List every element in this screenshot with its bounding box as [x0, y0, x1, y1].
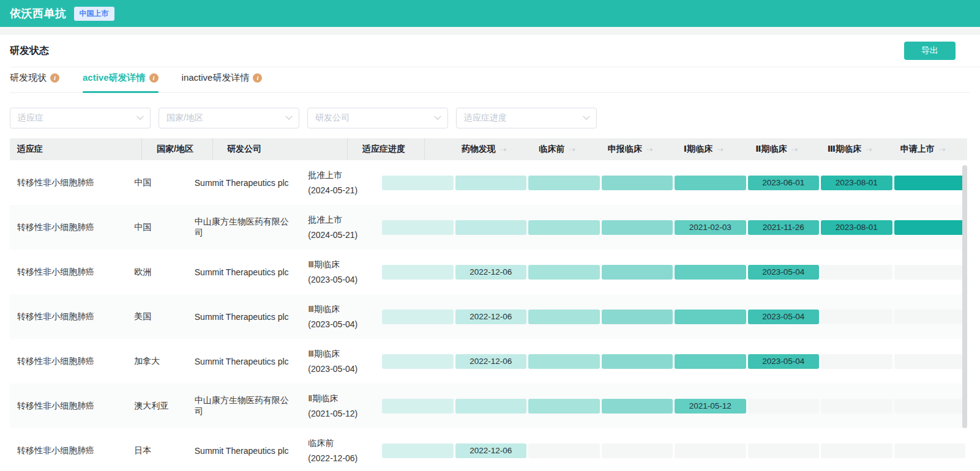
- table-body: 转移性非小细胞肺癌中国Summit Therapeutics plc批准上市(2…: [10, 160, 967, 471]
- column-header-progress: 适应症进度: [348, 138, 425, 160]
- stage-segment: [675, 443, 746, 458]
- cell-region: 澳大利亚: [119, 384, 180, 428]
- arrow-right-icon: ⇢: [866, 145, 872, 154]
- cell-company: Summit Therapeutics plc: [181, 250, 294, 294]
- stage-header-6: 申请上市⇢: [886, 144, 960, 155]
- cell-company: Summit Therapeutics plc: [181, 160, 294, 205]
- stage-header-label: Ⅱ期临床: [755, 144, 787, 155]
- chevron-down-icon: [434, 113, 441, 120]
- tab-active-detail[interactable]: active研发详情i: [83, 72, 159, 92]
- stage-segment: 2023-08-01: [821, 220, 892, 235]
- stage-segment: 2022-12-06: [455, 310, 527, 324]
- stage-segment: [382, 443, 454, 458]
- stage-segment: [382, 310, 454, 324]
- tab-current-status[interactable]: 研发现状i: [10, 72, 59, 92]
- info-icon[interactable]: i: [50, 73, 59, 83]
- cell-region: 日本: [119, 428, 180, 471]
- column-header-region: 国家/地区: [142, 138, 213, 160]
- stage-segment: 2022-12-06: [455, 265, 527, 280]
- region-select[interactable]: 国家/地区: [159, 108, 299, 128]
- stage-segment: 2021-11-26: [748, 220, 820, 235]
- progress-date: (2022-12-06): [308, 451, 357, 466]
- cell-company: 中山康方生物医药有限公司: [181, 205, 294, 250]
- stage-segment: [602, 176, 673, 190]
- stage-segment: [528, 265, 600, 280]
- stage-header-label: 临床前: [539, 144, 564, 155]
- progress-date: (2023-05-04): [308, 317, 357, 332]
- stage-segment: 2023-05-04: [748, 354, 820, 369]
- arrow-right-icon: ⇢: [646, 145, 653, 154]
- stage-segment: [894, 399, 966, 414]
- stage-bars: 2022-12-06: [382, 443, 967, 458]
- tab-label: inactive研发详情: [182, 72, 250, 84]
- stage-segment: [675, 354, 746, 369]
- stage-segment: [528, 220, 600, 235]
- stage-segment: [602, 265, 673, 280]
- progress-date: (2023-05-04): [308, 272, 357, 287]
- progress-stage: Ⅲ期临床: [308, 302, 357, 317]
- cell-progress: 批准上市(2024-05-21): [293, 205, 359, 250]
- progress-stage: Ⅱ期临床: [308, 391, 357, 406]
- stage-header-label: Ⅲ期临床: [828, 144, 861, 155]
- tab-label: active研发详情: [83, 72, 146, 84]
- page-background-gap: [0, 27, 980, 35]
- table-row: 转移性非小细胞肺癌美国Summit Therapeutics plcⅢ期临床(2…: [10, 294, 967, 339]
- stage-segment: [748, 399, 820, 414]
- company-select[interactable]: 研发公司: [307, 108, 448, 128]
- progress-stage: 批准上市: [308, 168, 357, 183]
- page-title: 依沃西单抗: [10, 6, 67, 21]
- cell-region: 美国: [119, 294, 180, 339]
- indication-select[interactable]: 适应症: [10, 108, 151, 128]
- chevron-down-icon: [137, 113, 143, 120]
- cell-company: Summit Therapeutics plc: [181, 294, 294, 339]
- cell-progress: 批准上市(2024-05-21): [293, 160, 359, 205]
- vertical-scrollbar[interactable]: [962, 165, 967, 428]
- rd-detail-table: 适应症国家/地区研发公司适应症进度药物发现⇢临床前⇢申报临床⇢Ⅰ期临床⇢Ⅱ期临床…: [10, 138, 967, 471]
- progress-select[interactable]: 适应症进度: [456, 108, 597, 128]
- cell-indication: 转移性非小细胞肺癌: [10, 384, 119, 428]
- stage-segment: [748, 443, 820, 458]
- stage-header-label: 申请上市: [900, 144, 935, 155]
- stage-header-1: 临床前⇢: [521, 144, 594, 155]
- info-icon[interactable]: i: [149, 73, 159, 83]
- info-icon[interactable]: i: [253, 73, 262, 83]
- app-bar: 依沃西单抗 中国上市: [0, 0, 980, 27]
- cell-progress: Ⅲ期临床(2023-05-04): [293, 339, 359, 384]
- tab-inactive-detail[interactable]: inactive研发详情i: [182, 72, 263, 92]
- cell-progress: Ⅱ期临床(2021-05-12): [293, 384, 359, 428]
- arrow-right-icon: ⇢: [500, 145, 507, 154]
- stage-segment: [602, 220, 673, 235]
- arrow-right-icon: ⇢: [791, 145, 798, 154]
- stage-segment: [894, 443, 966, 458]
- progress-stage: Ⅲ期临床: [308, 346, 357, 362]
- table-header-row: 适应症国家/地区研发公司适应症进度药物发现⇢临床前⇢申报临床⇢Ⅰ期临床⇢Ⅱ期临床…: [10, 138, 967, 160]
- cell-indication: 转移性非小细胞肺癌: [10, 339, 119, 384]
- stage-segment: [821, 310, 892, 324]
- stage-header-label: 申报临床: [608, 144, 642, 155]
- section-title: 研发状态: [10, 45, 49, 57]
- stage-segment: [894, 265, 966, 280]
- tab-label: 研发现状: [10, 72, 47, 84]
- stage-segment: 2021-02-03: [675, 220, 746, 235]
- stage-segment: [455, 399, 527, 414]
- stage-bars: 2021-05-12: [382, 399, 967, 414]
- stage-segment: [675, 310, 746, 324]
- table-row: 转移性非小细胞肺癌澳大利亚中山康方生物医药有限公司Ⅱ期临床(2021-05-12…: [10, 384, 967, 428]
- column-header-company: 研发公司: [213, 138, 348, 160]
- stage-bars: 2022-12-062023-05-04: [382, 354, 967, 369]
- stage-segment: [602, 443, 673, 458]
- stage-segment: [382, 399, 454, 414]
- tabs: 研发现状iactive研发详情iinactive研发详情i: [10, 72, 970, 93]
- stage-segment: [528, 354, 600, 369]
- table-row: 转移性非小细胞肺癌中国中山康方生物医药有限公司批准上市(2024-05-21)2…: [10, 205, 967, 250]
- stage-header-3: Ⅰ期临床⇢: [667, 144, 741, 155]
- stage-header-2: 申报临床⇢: [594, 144, 667, 155]
- export-button[interactable]: 导出: [904, 42, 956, 60]
- stage-segment: [382, 176, 454, 190]
- stage-bars: 2022-12-062023-05-04: [382, 265, 967, 280]
- stage-segment: [894, 354, 966, 369]
- progress-date: (2023-05-04): [308, 362, 357, 377]
- stage-segment: [894, 220, 966, 235]
- cell-region: 中国: [119, 205, 180, 250]
- arrow-right-icon: ⇢: [939, 145, 946, 154]
